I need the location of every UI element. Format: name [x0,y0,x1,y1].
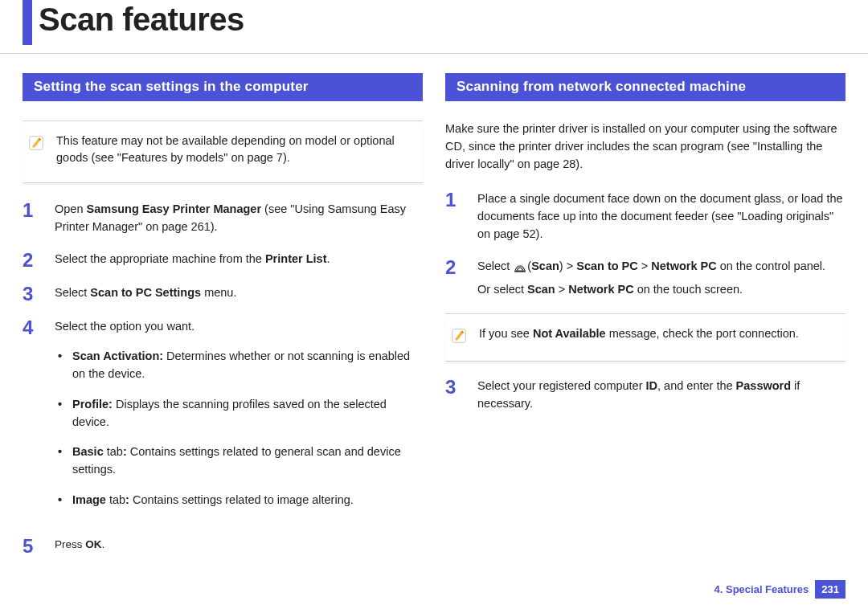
left-step-1: 1 Open Samsung Easy Printer Manager (see… [23,201,423,236]
left-note-text: This feature may not be available depend… [56,133,418,166]
footer: 4. Special Features 231 [714,580,845,599]
step-number: 4 [23,318,40,522]
bold-text: Scan [527,283,555,296]
bold-text: Network PC [651,260,716,272]
svg-rect-1 [515,270,526,272]
text: Select [55,286,90,299]
text: > [638,260,652,272]
title-accent [23,0,32,45]
bold-text: Not Available [533,327,606,340]
right-note-box: If you see Not Available message, check … [445,313,845,362]
text: on the touch screen. [634,283,743,296]
text: Select the appropriate machine from the [55,252,265,265]
text: tab [106,493,125,506]
bold-text: Profile: [72,398,113,411]
right-step-2: 2 Select (Scan) > Scan to PC > Network P… [445,258,845,300]
footer-page-number: 231 [815,580,845,599]
text: Select the option you want. [55,320,194,333]
text: tab [104,445,123,458]
page-title: Scan features [39,2,244,38]
step-number: 3 [445,378,463,413]
bullet-dot: • [58,492,64,509]
bullet-item: • Scan Activation: Determines whether or… [58,348,423,383]
bold-text: Scan [531,260,559,272]
step-body: Select the option you want. • Scan Activ… [55,318,423,522]
step-number: 2 [445,258,463,300]
step-number: 1 [445,190,463,243]
bullet-list: • Scan Activation: Determines whether or… [55,348,423,509]
step-body: Select the appropriate machine from the … [55,251,330,270]
text: Select [477,260,513,272]
left-step-5: 5 Press OK. [23,537,423,556]
left-section-header: Setting the scan settings in the compute… [23,73,423,101]
bold-text: Printer List [265,252,327,265]
text: message, check the port connection. [606,327,799,340]
text: . [102,538,105,550]
bold-text: Password [736,379,792,392]
step-number: 3 [23,284,40,304]
step-number: 5 [23,537,40,556]
title-bar: Scan features [23,0,845,45]
step-number: 1 [23,201,40,236]
bold-text: Image [72,493,106,506]
left-column: Setting the scan settings in the compute… [23,73,423,570]
step-body: Select your registered computer ID, and … [477,378,845,413]
text: If you see [479,327,533,340]
bullet-dot: • [58,443,64,479]
right-section-header: Scanning from network connected machine [445,73,845,101]
bold-text: Network PC [568,283,633,296]
bullet-item: • Image tab: Contains settings related t… [58,492,423,509]
text: Or select [477,283,527,296]
bold-text: OK [85,538,101,550]
right-steps: 1 Place a single document face down on t… [445,190,845,299]
bullet-item: • Basic tab: Contains settings related t… [58,443,423,479]
text: Press [55,538,85,550]
step-body: Open Samsung Easy Printer Manager (see "… [55,201,423,236]
text: menu. [201,286,236,299]
left-step-2: 2 Select the appropriate machine from th… [23,251,423,270]
left-note-box: This feature may not be available depend… [23,121,423,183]
bold-text: Samsung Easy Printer Manager [87,202,262,215]
bullet-item: • Profile: Displays the scanning profile… [58,396,423,431]
scan-icon [513,260,527,274]
right-note-text: If you see Not Available message, check … [479,325,799,342]
step-number: 2 [23,251,40,270]
note-pencil-icon [27,134,45,152]
text: Contains settings related to image alter… [129,493,354,506]
step-body: Select Scan to PC Settings menu. [55,284,236,304]
bold-text: Scan to PC [576,260,638,272]
left-steps: 1 Open Samsung Easy Printer Manager (see… [23,201,423,556]
text: ) > [559,260,576,272]
text: Displays the scanning profiles saved on … [72,398,387,428]
bullet-dot: • [58,396,64,431]
right-step-3: 3 Select your registered computer ID, an… [445,378,845,413]
bold-text: Scan Activation: [72,349,163,362]
step-body: Press OK. [55,537,104,556]
step-body: Place a single document face down on the… [477,190,845,243]
bold-text: Basic [72,445,104,458]
text: > [555,283,569,296]
bullet-dot: • [58,348,64,383]
right-steps-cont: 3 Select your registered computer ID, an… [445,378,845,413]
text: Open [55,202,87,215]
bold-text: ID [646,379,658,392]
text: on the control panel. [717,260,825,272]
text: . [327,252,330,265]
right-column: Scanning from network connected machine … [445,73,845,570]
title-divider [0,53,868,54]
step-body: Select (Scan) > Scan to PC > Network PC … [477,258,825,300]
note-pencil-icon [450,327,468,345]
right-step-1: 1 Place a single document face down on t… [445,190,845,243]
text: Select your registered computer [477,379,646,392]
right-intro: Make sure the printer driver is installe… [445,121,845,173]
footer-chapter: 4. Special Features [714,583,809,595]
left-step-4: 4 Select the option you want. • Scan Act… [23,318,423,522]
text: , and enter the [657,379,736,392]
bold-text: Scan to PC Settings [90,286,201,299]
left-step-3: 3 Select Scan to PC Settings menu. [23,284,423,304]
